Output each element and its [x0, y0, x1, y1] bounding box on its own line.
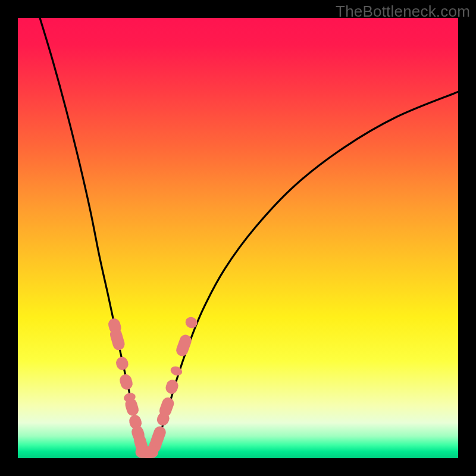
svg-rect-18 — [174, 333, 193, 358]
marker-layer — [107, 315, 199, 458]
chart-overlay — [18, 18, 458, 458]
data-marker — [184, 315, 199, 330]
curve-layer — [40, 18, 458, 453]
svg-rect-16 — [164, 378, 180, 396]
chart-stage: TheBottleneck.com — [0, 0, 476, 476]
svg-rect-3 — [118, 373, 134, 391]
data-marker — [115, 355, 130, 371]
svg-rect-2 — [115, 355, 130, 371]
data-marker — [118, 373, 134, 391]
data-marker — [164, 378, 180, 396]
bottleneck-curve — [40, 18, 458, 453]
plot-area — [18, 18, 458, 458]
svg-rect-19 — [184, 315, 199, 330]
data-marker — [174, 333, 193, 358]
